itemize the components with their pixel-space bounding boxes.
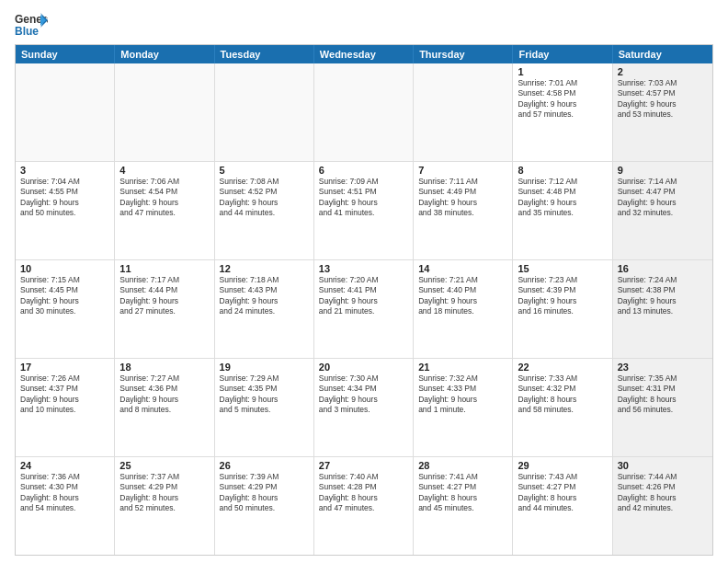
calendar: SundayMondayTuesdayWednesdayThursdayFrid… (15, 44, 713, 556)
day-cell-18: 18Sunrise: 7:27 AM Sunset: 4:36 PM Dayli… (115, 359, 214, 456)
day-number: 12 (220, 263, 309, 274)
day-cell-2: 2Sunrise: 7:03 AM Sunset: 4:57 PM Daylig… (613, 63, 712, 161)
day-info: Sunrise: 7:27 AM Sunset: 4:36 PM Dayligh… (119, 373, 209, 416)
day-cell-9: 9Sunrise: 7:14 AM Sunset: 4:47 PM Daylig… (613, 162, 712, 259)
day-info: Sunrise: 7:37 AM Sunset: 4:29 PM Dayligh… (119, 472, 209, 514)
day-number: 5 (220, 165, 309, 176)
day-number: 26 (220, 460, 309, 471)
day-number: 3 (20, 165, 109, 176)
day-cell-12: 12Sunrise: 7:18 AM Sunset: 4:43 PM Dayli… (215, 260, 314, 358)
day-cell-29: 29Sunrise: 7:43 AM Sunset: 4:27 PM Dayli… (513, 457, 612, 555)
empty-cell-0-2 (215, 63, 314, 161)
empty-cell-0-1 (115, 63, 214, 161)
day-number: 24 (20, 460, 109, 471)
day-info: Sunrise: 7:08 AM Sunset: 4:52 PM Dayligh… (220, 177, 309, 219)
day-info: Sunrise: 7:33 AM Sunset: 4:32 PM Dayligh… (518, 373, 607, 416)
day-info: Sunrise: 7:04 AM Sunset: 4:55 PM Dayligh… (20, 177, 109, 219)
day-info: Sunrise: 7:41 AM Sunset: 4:27 PM Dayligh… (418, 472, 507, 514)
day-info: Sunrise: 7:29 AM Sunset: 4:35 PM Dayligh… (220, 373, 309, 416)
day-number: 18 (119, 362, 209, 373)
calendar-header: SundayMondayTuesdayWednesdayThursdayFrid… (16, 45, 712, 63)
day-cell-22: 22Sunrise: 7:33 AM Sunset: 4:32 PM Dayli… (513, 359, 612, 456)
day-cell-8: 8Sunrise: 7:12 AM Sunset: 4:48 PM Daylig… (513, 162, 612, 259)
day-info: Sunrise: 7:44 AM Sunset: 4:26 PM Dayligh… (618, 472, 708, 514)
day-info: Sunrise: 7:12 AM Sunset: 4:48 PM Dayligh… (518, 177, 607, 219)
day-number: 22 (518, 362, 607, 373)
day-info: Sunrise: 7:18 AM Sunset: 4:43 PM Dayligh… (220, 275, 309, 317)
day-info: Sunrise: 7:11 AM Sunset: 4:49 PM Dayligh… (418, 177, 507, 219)
day-cell-30: 30Sunrise: 7:44 AM Sunset: 4:26 PM Dayli… (613, 457, 712, 555)
calendar-row-4: 24Sunrise: 7:36 AM Sunset: 4:30 PM Dayli… (16, 457, 712, 555)
day-number: 29 (518, 460, 607, 471)
day-number: 2 (618, 66, 708, 77)
logo: General Blue (15, 11, 51, 37)
empty-cell-0-3 (314, 63, 414, 161)
calendar-row-1: 3Sunrise: 7:04 AM Sunset: 4:55 PM Daylig… (16, 162, 712, 260)
day-info: Sunrise: 7:09 AM Sunset: 4:51 PM Dayligh… (319, 177, 408, 219)
day-number: 1 (518, 66, 607, 77)
day-cell-14: 14Sunrise: 7:21 AM Sunset: 4:40 PM Dayli… (414, 260, 513, 358)
header-day-friday: Friday (513, 45, 612, 63)
day-cell-6: 6Sunrise: 7:09 AM Sunset: 4:51 PM Daylig… (314, 162, 414, 259)
day-number: 11 (119, 263, 209, 274)
day-number: 27 (319, 460, 408, 471)
day-info: Sunrise: 7:35 AM Sunset: 4:31 PM Dayligh… (618, 373, 708, 416)
day-number: 20 (319, 362, 408, 373)
day-cell-11: 11Sunrise: 7:17 AM Sunset: 4:44 PM Dayli… (115, 260, 214, 358)
calendar-row-0: 1Sunrise: 7:01 AM Sunset: 4:58 PM Daylig… (16, 63, 712, 162)
day-cell-15: 15Sunrise: 7:23 AM Sunset: 4:39 PM Dayli… (513, 260, 612, 358)
svg-text:Blue: Blue (15, 25, 39, 37)
day-number: 15 (518, 263, 607, 274)
day-info: Sunrise: 7:32 AM Sunset: 4:33 PM Dayligh… (418, 373, 507, 416)
day-info: Sunrise: 7:40 AM Sunset: 4:28 PM Dayligh… (319, 472, 408, 514)
day-cell-4: 4Sunrise: 7:06 AM Sunset: 4:54 PM Daylig… (115, 162, 214, 259)
calendar-body: 1Sunrise: 7:01 AM Sunset: 4:58 PM Daylig… (16, 63, 712, 555)
day-cell-3: 3Sunrise: 7:04 AM Sunset: 4:55 PM Daylig… (16, 162, 115, 259)
day-info: Sunrise: 7:43 AM Sunset: 4:27 PM Dayligh… (518, 472, 607, 514)
day-number: 23 (618, 362, 708, 373)
day-cell-20: 20Sunrise: 7:30 AM Sunset: 4:34 PM Dayli… (314, 359, 414, 456)
day-number: 28 (418, 460, 507, 471)
day-cell-28: 28Sunrise: 7:41 AM Sunset: 4:27 PM Dayli… (414, 457, 513, 555)
calendar-row-2: 10Sunrise: 7:15 AM Sunset: 4:45 PM Dayli… (16, 260, 712, 359)
day-info: Sunrise: 7:39 AM Sunset: 4:29 PM Dayligh… (220, 472, 309, 514)
day-cell-10: 10Sunrise: 7:15 AM Sunset: 4:45 PM Dayli… (16, 260, 115, 358)
day-cell-23: 23Sunrise: 7:35 AM Sunset: 4:31 PM Dayli… (613, 359, 712, 456)
day-info: Sunrise: 7:01 AM Sunset: 4:58 PM Dayligh… (518, 78, 607, 121)
day-info: Sunrise: 7:14 AM Sunset: 4:47 PM Dayligh… (618, 177, 708, 219)
day-info: Sunrise: 7:20 AM Sunset: 4:41 PM Dayligh… (319, 275, 408, 317)
day-cell-13: 13Sunrise: 7:20 AM Sunset: 4:41 PM Dayli… (314, 260, 414, 358)
day-number: 30 (618, 460, 708, 471)
day-info: Sunrise: 7:23 AM Sunset: 4:39 PM Dayligh… (518, 275, 607, 317)
empty-cell-0-4 (414, 63, 513, 161)
day-number: 13 (319, 263, 408, 274)
day-cell-26: 26Sunrise: 7:39 AM Sunset: 4:29 PM Dayli… (215, 457, 314, 555)
header-day-sunday: Sunday (16, 45, 115, 63)
day-info: Sunrise: 7:17 AM Sunset: 4:44 PM Dayligh… (119, 275, 209, 317)
page: General Blue SundayMondayTuesdayWednesda… (0, 0, 728, 563)
day-cell-16: 16Sunrise: 7:24 AM Sunset: 4:38 PM Dayli… (613, 260, 712, 358)
day-cell-24: 24Sunrise: 7:36 AM Sunset: 4:30 PM Dayli… (16, 457, 115, 555)
day-number: 4 (119, 165, 209, 176)
header-day-thursday: Thursday (414, 45, 513, 63)
day-cell-7: 7Sunrise: 7:11 AM Sunset: 4:49 PM Daylig… (414, 162, 513, 259)
day-info: Sunrise: 7:03 AM Sunset: 4:57 PM Dayligh… (618, 78, 708, 121)
day-info: Sunrise: 7:36 AM Sunset: 4:30 PM Dayligh… (20, 472, 109, 514)
day-info: Sunrise: 7:26 AM Sunset: 4:37 PM Dayligh… (20, 373, 109, 416)
day-number: 7 (418, 165, 507, 176)
day-cell-25: 25Sunrise: 7:37 AM Sunset: 4:29 PM Dayli… (115, 457, 214, 555)
day-number: 9 (618, 165, 708, 176)
day-number: 19 (220, 362, 309, 373)
day-number: 14 (418, 263, 507, 274)
day-cell-27: 27Sunrise: 7:40 AM Sunset: 4:28 PM Dayli… (314, 457, 414, 555)
day-info: Sunrise: 7:21 AM Sunset: 4:40 PM Dayligh… (418, 275, 507, 317)
logo-icon: General Blue (15, 11, 48, 37)
header: General Blue (15, 11, 713, 37)
header-day-tuesday: Tuesday (215, 45, 314, 63)
day-info: Sunrise: 7:06 AM Sunset: 4:54 PM Dayligh… (119, 177, 209, 219)
calendar-row-3: 17Sunrise: 7:26 AM Sunset: 4:37 PM Dayli… (16, 359, 712, 457)
day-number: 10 (20, 263, 109, 274)
day-number: 21 (418, 362, 507, 373)
day-number: 8 (518, 165, 607, 176)
empty-cell-0-0 (16, 63, 115, 161)
